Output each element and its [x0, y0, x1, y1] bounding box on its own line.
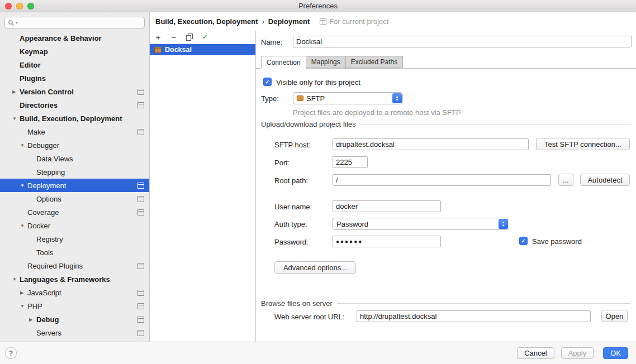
current-project-icon [137, 303, 144, 309]
sidebar-item-stepping[interactable]: Stepping [0, 165, 149, 179]
sidebar-item-deployment[interactable]: ▼Deployment [0, 179, 149, 192]
breadcrumb-separator: › [262, 17, 264, 26]
sidebar-item-build-execution-deployment[interactable]: ▼Build, Execution, Deployment [0, 112, 149, 125]
titlebar: Preferences [0, 0, 636, 12]
sidebar-item-make[interactable]: Make [0, 125, 149, 138]
copy-server-button[interactable] [185, 32, 194, 41]
user-name-field[interactable] [333, 200, 441, 212]
sidebar-item-data-views[interactable]: Data Views [0, 152, 149, 165]
collapse-arrow-icon[interactable]: ▼ [12, 277, 20, 282]
minimize-button[interactable] [16, 3, 23, 9]
current-project-icon [137, 89, 144, 95]
tab-excluded-paths[interactable]: Excluded Paths [345, 56, 403, 68]
type-value: SFTP [306, 94, 325, 103]
help-button[interactable]: ? [5, 347, 17, 359]
collapse-arrow-icon[interactable]: ▼ [20, 183, 27, 188]
deployment-form: Name: Connection Mappings Excluded Paths… [256, 31, 636, 342]
sidebar-item-appearance-behavior[interactable]: Appearance & Behavior [0, 31, 149, 45]
sidebar-item-registry[interactable]: Registry [0, 232, 149, 246]
sidebar-item-keymap[interactable]: Keymap [0, 45, 149, 58]
autodetect-button[interactable]: Autodetect [580, 174, 630, 186]
port-field[interactable] [333, 156, 368, 168]
current-project-icon [137, 129, 144, 135]
dropdown-stepper-icon[interactable]: ▲▼ [499, 219, 508, 229]
sftp-host-field[interactable] [333, 138, 529, 150]
tab-mappings[interactable]: Mappings [306, 56, 346, 68]
sidebar-item-debugger[interactable]: ▼Debugger [0, 138, 149, 152]
sidebar-item-coverage[interactable]: Coverage [0, 205, 149, 219]
sidebar-item-plugins[interactable]: Plugins [0, 71, 149, 85]
password-label: Password: [274, 238, 308, 246]
sidebar-item-required-plugins[interactable]: Required Plugins [0, 259, 149, 272]
user-name-label: User name: [274, 203, 312, 211]
server-list-toolbar: + − ✓ [150, 31, 255, 43]
open-button[interactable]: Open [601, 310, 628, 322]
zoom-button[interactable] [27, 3, 34, 9]
current-project-icon [137, 290, 144, 296]
ok-button[interactable]: OK [603, 347, 628, 359]
browse-root-path-button[interactable]: ... [558, 174, 573, 186]
add-server-button[interactable]: + [154, 32, 163, 41]
web-server-root-url-field[interactable] [357, 310, 591, 322]
expand-arrow-icon[interactable]: ▶ [12, 89, 20, 94]
port-label: Port: [274, 159, 289, 167]
window-title: Preferences [298, 2, 338, 10]
apply-button[interactable]: Apply [561, 347, 594, 359]
settings-sidebar: ▾ Appearance & Behavior Keymap Editor Pl… [0, 12, 150, 342]
web-server-root-url-label: Web server root URL: [274, 313, 344, 321]
test-sftp-connection-button[interactable]: Test SFTP connection... [536, 138, 630, 150]
remove-server-button[interactable]: − [169, 32, 178, 41]
check-icon: ✓ [521, 238, 525, 244]
sidebar-item-directories[interactable]: Directories [0, 98, 149, 112]
sidebar-item-languages-frameworks[interactable]: ▼Languages & Frameworks [0, 272, 149, 286]
breadcrumb: Build, Execution, Deployment › Deploymen… [150, 12, 636, 31]
sidebar-item-javascript[interactable]: ▶JavaScript [0, 286, 149, 299]
settings-tree: Appearance & Behavior Keymap Editor Plug… [0, 31, 149, 339]
sidebar-item-version-control[interactable]: ▶Version Control [0, 85, 149, 98]
root-path-field[interactable] [333, 174, 551, 186]
sidebar-item-php-debug[interactable]: ▶Debug [0, 313, 149, 326]
type-dropdown[interactable]: SFTP ▲▼ [293, 92, 403, 104]
sidebar-item-docker[interactable]: ▼Docker [0, 219, 149, 232]
password-field[interactable] [333, 236, 441, 247]
sidebar-item-php-servers[interactable]: Servers [0, 326, 149, 339]
auth-type-dropdown[interactable]: Password ▲▼ [333, 218, 509, 230]
collapse-arrow-icon[interactable]: ▼ [12, 116, 20, 121]
sidebar-item-options[interactable]: Options [0, 192, 149, 205]
save-password-label: Save password [532, 237, 582, 246]
expand-arrow-icon[interactable]: ▶ [20, 290, 27, 295]
breadcrumb-current: Deployment [268, 17, 310, 26]
save-password-checkbox[interactable]: ✓ [519, 237, 528, 245]
current-project-icon [137, 196, 144, 202]
server-icon [154, 47, 162, 53]
dropdown-stepper-icon[interactable]: ▲▼ [392, 93, 402, 103]
use-as-default-button[interactable]: ✓ [201, 32, 210, 41]
search-history-chevron-icon[interactable]: ▾ [16, 21, 18, 25]
name-field[interactable] [293, 36, 632, 47]
breadcrumb-parent[interactable]: Build, Execution, Deployment [155, 17, 258, 26]
sidebar-item-tools[interactable]: Tools [0, 246, 149, 259]
tab-connection[interactable]: Connection [261, 56, 306, 69]
collapse-arrow-icon[interactable]: ▼ [20, 223, 27, 228]
settings-search[interactable]: ▾ [4, 17, 145, 28]
current-project-icon [137, 183, 144, 189]
advanced-options-button[interactable]: Advanced options... [274, 261, 356, 274]
cancel-button[interactable]: Cancel [517, 347, 554, 359]
server-name: Docksal [165, 46, 192, 54]
close-button[interactable] [5, 3, 12, 9]
root-path-label: Root path: [274, 176, 308, 185]
visible-only-checkbox[interactable]: ✓ [263, 78, 272, 86]
sftp-icon [297, 95, 303, 102]
sidebar-item-php[interactable]: ▼PHP [0, 299, 149, 313]
search-input[interactable] [19, 19, 141, 27]
search-icon [8, 20, 15, 26]
collapse-arrow-icon[interactable]: ▼ [20, 143, 27, 148]
sidebar-item-editor[interactable]: Editor [0, 58, 149, 71]
current-project-icon [137, 330, 144, 336]
section-divider [337, 303, 630, 304]
scope-indicator: For current project [320, 17, 388, 26]
server-list-item[interactable]: Docksal [150, 44, 255, 55]
expand-arrow-icon[interactable]: ▶ [29, 317, 36, 322]
collapse-arrow-icon[interactable]: ▼ [20, 304, 27, 309]
auth-type-label: Auth type: [274, 220, 307, 228]
